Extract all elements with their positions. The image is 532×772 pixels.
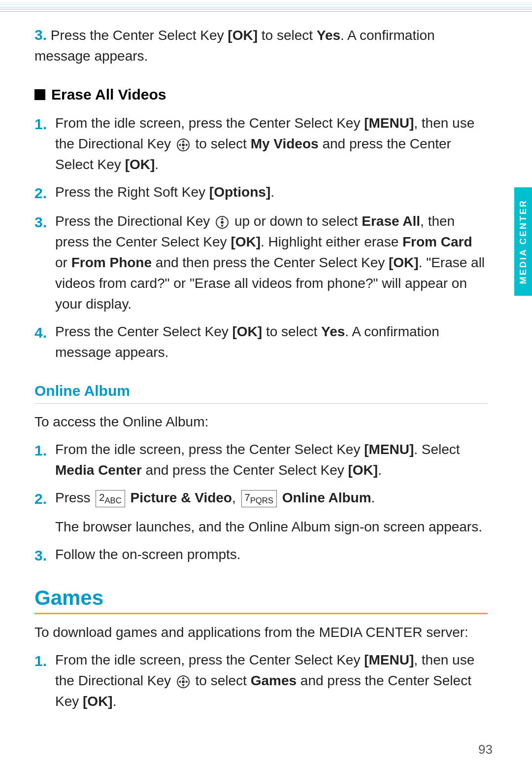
online-album-browser-text: The browser launches, and the Online Alb…: [34, 517, 488, 537]
online-album-steps-list: 1. From the idle screen, press the Cente…: [34, 439, 488, 566]
intro-step-number: 3.: [34, 27, 47, 43]
svg-point-5: [182, 143, 185, 146]
top-decorative-lines: [0, 0, 532, 14]
section-games: Games To download games and applications…: [34, 586, 488, 712]
online-album-step-1: 1. From the idle screen, press the Cente…: [34, 439, 488, 481]
erase-steps-list: 1. From the idle screen, press the Cente…: [34, 113, 488, 363]
svg-point-15: [182, 680, 185, 683]
erase-step-2-number: 2.: [34, 182, 51, 204]
erase-step-3-content: Press the Directional Key up or down to …: [55, 211, 488, 315]
directional-key-icon-1: [176, 138, 190, 152]
erase-step-1-content: From the idle screen, press the Center S…: [55, 113, 488, 175]
svg-marker-12: [182, 684, 185, 687]
sidebar-tab-label: MEDIA CENTER: [518, 199, 529, 284]
online-album-heading: Online Album: [34, 383, 488, 404]
online-album-step-2-number: 2.: [34, 488, 51, 510]
online-album-step-2: 2. Press 2ABC Picture & Video, 7PQRS Onl…: [34, 488, 488, 510]
intro-step-3: 3. Press the Center Select Key [OK] to s…: [34, 24, 488, 67]
online-album-step-3-number: 3.: [34, 544, 51, 566]
key-badge-2abc: 2ABC: [96, 490, 125, 507]
erase-step-4-number: 4.: [34, 321, 51, 363]
svg-marker-4: [186, 143, 188, 146]
erase-all-videos-heading: Erase All Videos: [34, 86, 488, 103]
svg-marker-2: [182, 147, 185, 150]
erase-step-2: 2. Press the Right Soft Key [Options].: [34, 182, 488, 204]
section-online-album: Online Album To access the Online Album:…: [34, 383, 488, 566]
svg-marker-3: [178, 143, 181, 146]
online-album-browser-content: The browser launches, and the Online Alb…: [55, 519, 482, 534]
svg-marker-13: [178, 680, 181, 683]
intro-step-text: Press the Center Select Key [OK] to sele…: [34, 28, 435, 64]
sidebar-tab: MEDIA CENTER: [514, 187, 532, 296]
svg-marker-7: [221, 217, 224, 220]
key-badge-7pqrs: 7PQRS: [241, 490, 277, 507]
directional-key-icon-2: [215, 215, 229, 229]
directional-key-icon-games: [176, 675, 190, 689]
erase-step-1-number: 1.: [34, 113, 51, 175]
games-heading: Games: [34, 586, 488, 614]
online-album-step-1-content: From the idle screen, press the Center S…: [55, 439, 488, 481]
online-album-intro: To access the Online Album:: [34, 412, 488, 432]
svg-marker-1: [182, 140, 185, 142]
main-content: 3. Press the Center Select Key [OK] to s…: [0, 14, 532, 761]
svg-marker-11: [182, 677, 185, 679]
online-album-step-2-content: Press 2ABC Picture & Video, 7PQRS Online…: [55, 488, 488, 510]
svg-marker-14: [186, 680, 188, 683]
page-container: MEDIA CENTER 3. Press the Center Select …: [0, 0, 532, 772]
erase-step-2-content: Press the Right Soft Key [Options].: [55, 182, 488, 204]
games-intro: To download games and applications from …: [34, 622, 488, 643]
page-number: 93: [478, 742, 493, 757]
games-steps-list: 1. From the idle screen, press the Cente…: [34, 650, 488, 712]
erase-step-3: 3. Press the Directional Key up or down …: [34, 211, 488, 315]
erase-step-4: 4. Press the Center Select Key [OK] to s…: [34, 321, 488, 363]
svg-point-9: [221, 221, 224, 224]
online-album-step-1-number: 1.: [34, 439, 51, 481]
erase-step-4-content: Press the Center Select Key [OK] to sele…: [55, 321, 488, 363]
erase-step-1: 1. From the idle screen, press the Cente…: [34, 113, 488, 175]
games-step-1-number: 1.: [34, 650, 51, 712]
games-step-1-content: From the idle screen, press the Center S…: [55, 650, 488, 712]
section-erase-all-videos: Erase All Videos 1. From the idle screen…: [34, 86, 488, 363]
games-step-1: 1. From the idle screen, press the Cente…: [34, 650, 488, 712]
online-album-step-3-content: Follow the on-screen prompts.: [55, 544, 488, 566]
black-square-icon: [34, 89, 45, 100]
erase-step-3-number: 3.: [34, 211, 51, 315]
svg-marker-8: [221, 225, 224, 227]
online-album-step-3: 3. Follow the on-screen prompts.: [34, 544, 488, 566]
